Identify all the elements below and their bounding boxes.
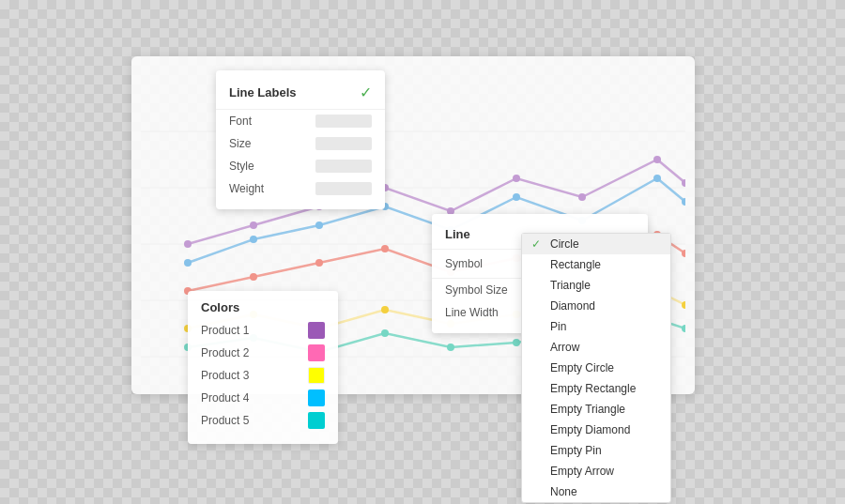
size-label: Size: [229, 137, 251, 150]
product4-row: Product 4: [201, 389, 325, 406]
svg-point-35: [381, 306, 389, 313]
svg-point-44: [381, 329, 389, 337]
svg-point-10: [513, 175, 520, 182]
symbol-option-arrow[interactable]: Arrow: [522, 337, 670, 358]
svg-point-45: [447, 344, 454, 351]
line-labels-panel: Line Labels ✓ Font Size Style Weight: [216, 70, 385, 209]
product1-label: Product 1: [201, 324, 249, 337]
symbol-option-rectangle[interactable]: Rectangle: [522, 254, 670, 275]
symbol-option-empty-rectangle[interactable]: Empty Rectangle: [522, 378, 670, 399]
font-label: Font: [229, 115, 252, 128]
symbol-pin-label: Pin: [550, 320, 566, 333]
symbol-empty-arrow-label: Empty Arrow: [550, 465, 614, 478]
symbol-option-circle[interactable]: ✓ Circle: [522, 234, 670, 254]
line-labels-title: Line Labels: [229, 85, 297, 99]
svg-point-46: [513, 339, 520, 346]
svg-point-12: [653, 156, 661, 163]
symbol-option-triangle[interactable]: Triangle: [522, 275, 670, 296]
svg-point-24: [250, 273, 257, 281]
svg-point-25: [315, 259, 323, 267]
svg-point-11: [578, 193, 586, 201]
size-row: Size: [216, 132, 385, 155]
size-value[interactable]: [315, 137, 372, 150]
svg-point-21: [653, 175, 661, 182]
svg-point-19: [513, 193, 520, 201]
symbol-label: Symbol: [445, 257, 483, 270]
product4-label: Product 4: [201, 391, 249, 405]
style-value[interactable]: [315, 160, 372, 173]
line-labels-check[interactable]: ✓: [360, 84, 372, 101]
symbol-triangle-label: Triangle: [550, 279, 591, 292]
symbol-size-label: Symbol Size: [445, 283, 508, 297]
symbol-empty-triangle-label: Empty Triangle: [550, 403, 625, 416]
symbol-option-none[interactable]: None: [522, 481, 670, 502]
product1-row: Product 1: [201, 322, 325, 339]
svg-point-26: [381, 245, 389, 252]
product5-label: Product 5: [201, 414, 249, 427]
symbol-empty-pin-label: Empty Pin: [550, 444, 602, 457]
symbol-option-pin[interactable]: Pin: [522, 316, 670, 337]
symbol-circle-label: Circle: [550, 237, 579, 251]
svg-point-49: [682, 325, 685, 332]
colors-title: Colors: [201, 300, 325, 314]
symbol-option-empty-diamond[interactable]: Empty Diamond: [522, 420, 670, 440]
product5-swatch[interactable]: [308, 412, 325, 429]
symbol-option-empty-pin[interactable]: Empty Pin: [522, 440, 670, 461]
symbol-rectangle-label: Rectangle: [550, 258, 601, 271]
symbol-diamond-label: Diamond: [550, 299, 595, 313]
symbol-dropdown: ✓ Circle Rectangle Triangle Diamond Pin …: [521, 233, 671, 503]
circle-check-icon: ✓: [531, 237, 545, 251]
symbol-empty-rectangle-label: Empty Rectangle: [550, 382, 636, 395]
symbol-empty-circle-label: Empty Circle: [550, 361, 614, 374]
panel-header: Line Labels ✓: [216, 80, 385, 110]
svg-point-6: [250, 221, 257, 229]
product5-row: Product 5: [201, 412, 325, 429]
symbol-option-empty-circle[interactable]: Empty Circle: [522, 358, 670, 378]
symbol-option-diamond[interactable]: Diamond: [522, 296, 670, 316]
weight-label: Weight: [229, 182, 264, 195]
product2-swatch[interactable]: [308, 344, 325, 361]
style-row: Style: [216, 155, 385, 177]
svg-point-14: [184, 259, 192, 267]
weight-row: Weight: [216, 177, 385, 200]
product3-row: Product 3: [201, 367, 325, 384]
symbol-option-empty-triangle[interactable]: Empty Triangle: [522, 399, 670, 420]
symbol-arrow-label: Arrow: [550, 341, 579, 354]
svg-point-15: [250, 236, 257, 243]
font-value[interactable]: [315, 115, 372, 128]
product4-swatch[interactable]: [308, 389, 325, 406]
colors-panel: Colors Product 1 Product 2 Product 3 Pro…: [188, 291, 338, 444]
product2-row: Product 2: [201, 344, 325, 361]
style-label: Style: [229, 160, 254, 173]
symbol-option-empty-arrow[interactable]: Empty Arrow: [522, 461, 670, 481]
weight-value[interactable]: [315, 182, 372, 195]
product3-swatch[interactable]: [308, 367, 325, 384]
font-row: Font: [216, 110, 385, 132]
symbol-empty-diamond-label: Empty Diamond: [550, 423, 630, 436]
svg-point-5: [184, 240, 192, 248]
product1-swatch[interactable]: [308, 322, 325, 339]
product2-label: Product 2: [201, 346, 249, 359]
symbol-none-label: None: [550, 485, 577, 498]
svg-point-16: [315, 221, 323, 229]
product3-label: Product 3: [201, 369, 249, 382]
line-width-label: Line Width: [445, 306, 499, 319]
